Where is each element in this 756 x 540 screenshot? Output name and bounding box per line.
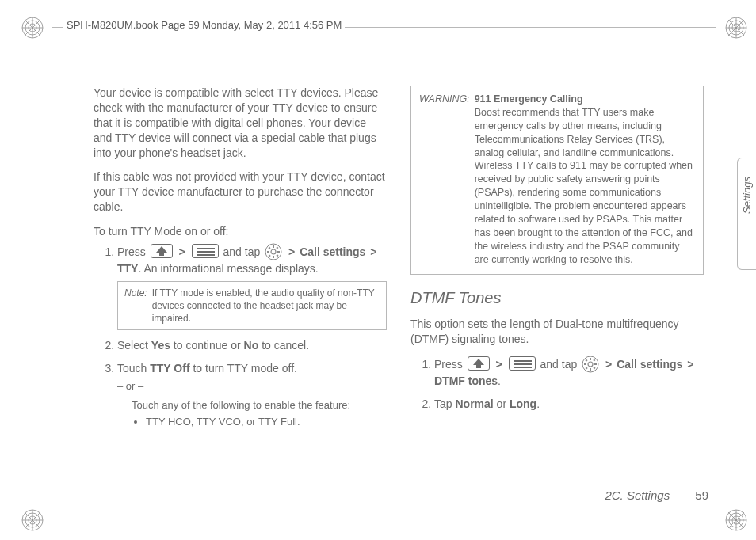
svg-rect-14 <box>273 245 274 248</box>
ui-label: Normal <box>455 397 493 410</box>
step-subtext: Touch any of the following to enable the… <box>132 398 387 413</box>
svg-rect-30 <box>593 359 595 362</box>
svg-rect-26 <box>584 363 586 365</box>
step-text: to continue or <box>170 339 244 352</box>
list-item: Press > and tap > Call settings > DTMF t… <box>434 356 704 389</box>
warning-text: Boost recommends that TTY users make eme… <box>475 107 693 265</box>
step-text: Press <box>434 358 466 371</box>
ordered-list: Press > and tap > Call settings > TTY. A… <box>117 244 387 429</box>
step-text: to cancel. <box>258 339 309 352</box>
page-footer: 2C. Settings 59 <box>605 489 708 502</box>
paragraph: If this cable was not provided with your… <box>94 169 387 215</box>
step-text: Tap <box>434 397 455 410</box>
step-text: Press <box>117 245 149 258</box>
separator: > <box>179 245 185 258</box>
corner-ornament-icon <box>724 16 748 40</box>
svg-rect-28 <box>586 359 588 362</box>
side-tab-label: Settings <box>741 177 753 214</box>
ordered-list: Press > and tap > Call settings > DTMF t… <box>434 356 704 412</box>
ui-label: DTMF tones <box>434 375 498 387</box>
list-item: Touch TTY Off to turn TTY mode off. – or… <box>117 361 387 429</box>
ui-label: Call settings <box>617 358 682 371</box>
svg-rect-21 <box>269 254 271 257</box>
svg-rect-20 <box>276 246 278 249</box>
list-item: TTY HCO, TTY VCO, or TTY Full. <box>146 415 387 429</box>
settings-gear-icon <box>582 356 599 373</box>
svg-rect-16 <box>267 251 269 253</box>
svg-rect-29 <box>594 367 596 369</box>
step-text: to turn TTY mode off. <box>190 362 297 375</box>
step-text: Select <box>117 339 151 352</box>
settings-gear-icon <box>265 243 282 260</box>
corner-ornament-icon <box>21 508 44 532</box>
home-button-icon <box>468 356 490 371</box>
step-text: or <box>494 397 510 410</box>
svg-rect-15 <box>273 256 274 258</box>
menu-button-icon <box>192 244 219 258</box>
procedure-heading: To turn TTY Mode on or off: <box>94 224 387 239</box>
warning-title: 911 Emergency Calling <box>475 93 583 105</box>
right-column: WARNING: 911 Emergency Calling Boost rec… <box>410 86 704 437</box>
note-box: Note: If TTY mode is enabled, the audio … <box>117 281 387 331</box>
svg-rect-27 <box>594 363 597 365</box>
footer-section: 2C. Settings <box>605 489 670 502</box>
ui-label: TTY <box>117 262 138 275</box>
ui-label: Call settings <box>300 245 365 258</box>
paragraph: Your device is compatible with select TT… <box>94 86 387 160</box>
svg-rect-31 <box>586 367 588 370</box>
note-label: Note: <box>124 287 147 325</box>
separator: > <box>605 358 612 371</box>
page-number: 59 <box>695 489 708 502</box>
svg-rect-19 <box>277 254 279 257</box>
step-text: Touch <box>117 362 150 375</box>
list-item: Select Yes to continue or No to cancel. <box>117 338 387 353</box>
svg-point-13 <box>271 249 276 254</box>
running-head: SPH-M820UM.book Page 59 Monday, May 2, 2… <box>63 19 345 31</box>
paragraph: This option sets the length of Dual-tone… <box>410 317 704 347</box>
or-separator: – or – <box>117 379 387 394</box>
bullet-list: TTY HCO, TTY VCO, or TTY Full. <box>146 415 387 429</box>
menu-button-icon <box>509 356 536 371</box>
ui-label: TTY Off <box>150 362 189 375</box>
svg-rect-24 <box>590 358 591 360</box>
home-button-icon <box>151 244 173 258</box>
section-heading: DTMF Tones <box>410 287 704 309</box>
step-text: . <box>498 375 501 387</box>
corner-ornament-icon <box>21 16 44 40</box>
step-text: . An informational message displays. <box>138 262 318 275</box>
svg-point-23 <box>588 362 593 367</box>
step-text: . <box>536 397 540 410</box>
note-body: If TTY mode is enabled, the audio qualit… <box>152 287 380 325</box>
ui-label: Long <box>510 397 536 410</box>
separator: > <box>687 358 693 371</box>
svg-rect-25 <box>590 368 591 371</box>
ui-label: No <box>244 339 259 352</box>
svg-rect-17 <box>277 251 280 253</box>
warning-body: 911 Emergency Calling Boost recommends t… <box>475 93 695 266</box>
warning-box: WARNING: 911 Emergency Calling Boost rec… <box>410 86 704 275</box>
list-item: Press > and tap > Call settings > TTY. A… <box>117 244 387 330</box>
corner-ornament-icon <box>724 508 748 532</box>
left-column: Your device is compatible with select TT… <box>94 86 387 437</box>
side-tab: Settings <box>737 158 756 270</box>
separator: > <box>496 358 502 371</box>
list-item: Tap Normal or Long. <box>434 397 704 412</box>
ui-label: Yes <box>151 339 170 352</box>
warning-label: WARNING: <box>419 93 470 266</box>
svg-rect-18 <box>269 247 271 249</box>
step-text: and tap <box>223 245 264 258</box>
separator: > <box>288 245 295 258</box>
step-text: and tap <box>540 358 581 371</box>
separator: > <box>370 245 376 258</box>
